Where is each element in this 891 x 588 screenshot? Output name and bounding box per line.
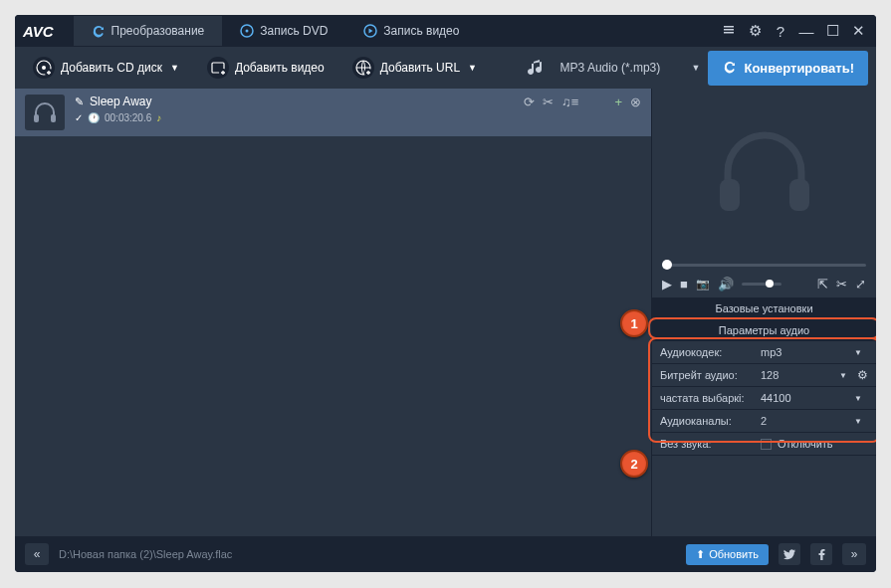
seek-slider[interactable] xyxy=(652,260,876,271)
side-panel: ▶ ■ 📷 🔊 ⇱ ✂ ⤢ Базовые установки 1 Параме… xyxy=(651,89,876,536)
add-url-button[interactable]: Добавить URL ▼ xyxy=(342,52,487,84)
music-note-icon: ♪ xyxy=(156,112,161,123)
volume-slider[interactable] xyxy=(742,283,781,286)
headphones-icon xyxy=(25,95,65,130)
tab-label: Преобразование xyxy=(111,24,205,38)
tab-convert[interactable]: Преобразование xyxy=(74,16,223,46)
list-icon[interactable] xyxy=(719,23,739,40)
preview-area xyxy=(652,89,876,260)
chevron-down-icon: ▼ xyxy=(170,63,179,73)
app-window: AVC Преобразование Запись DVD Запись вид… xyxy=(15,15,876,572)
help-icon[interactable]: ? xyxy=(771,23,790,40)
headphones-large-icon xyxy=(710,127,819,221)
output-path[interactable]: D:\Новая папка (2)\Sleep Away.flac xyxy=(59,548,676,560)
refresh-icon xyxy=(722,59,738,78)
badge-2: 2 xyxy=(620,450,648,478)
volume-icon[interactable]: 🔊 xyxy=(718,277,734,292)
play-circle-icon xyxy=(363,24,377,38)
highlight-2 xyxy=(648,337,876,443)
tab-video[interactable]: Запись видео xyxy=(345,16,477,46)
svg-rect-3 xyxy=(724,26,734,28)
svg-point-1 xyxy=(246,30,249,33)
convert-button[interactable]: Конвертировать! xyxy=(708,51,868,86)
cut-icon[interactable]: ✂ xyxy=(543,95,554,109)
disc-icon xyxy=(240,24,254,38)
maximize-icon[interactable]: ☐ xyxy=(822,22,842,40)
button-label: Добавить CD диск xyxy=(61,61,162,75)
tab-dvd[interactable]: Запись DVD xyxy=(222,16,345,46)
button-label: Добавить видео xyxy=(235,61,325,75)
add-video-button[interactable]: Добавить видео xyxy=(197,52,334,84)
tab-label: Запись видео xyxy=(383,24,459,38)
main-area: ✎ Sleep Away ✓ 🕐 00:03:20.6 ♪ ⟳ ✂ ♫≡ xyxy=(15,89,876,536)
facebook-icon[interactable] xyxy=(810,543,832,565)
toolbar: Добавить CD диск ▼ Добавить видео Добави… xyxy=(15,47,876,89)
highlight-1 xyxy=(648,317,876,339)
svg-rect-15 xyxy=(720,179,740,211)
audio-settings-section: 1 Параметры аудио 2 Аудиокодек: mp3▼ Бит… xyxy=(652,319,876,456)
expand-right-button[interactable]: » xyxy=(842,543,866,565)
svg-rect-16 xyxy=(789,179,809,211)
check-icon[interactable]: ✓ xyxy=(75,112,83,123)
music-note-icon[interactable] xyxy=(523,54,551,82)
svg-rect-13 xyxy=(34,114,39,122)
expand-icon[interactable]: ⤢ xyxy=(855,277,866,292)
update-button[interactable]: ⬆ Обновить xyxy=(686,544,769,565)
camera-icon[interactable]: 📷 xyxy=(696,278,710,291)
disc-plus-icon xyxy=(33,57,55,79)
collapse-left-button[interactable]: « xyxy=(25,543,49,565)
remove-icon[interactable]: ⊗ xyxy=(630,95,641,109)
badge-1: 1 xyxy=(620,309,648,337)
minimize-icon[interactable]: — xyxy=(796,23,816,40)
close-icon[interactable]: ✕ xyxy=(848,22,868,40)
button-label: Добавить URL xyxy=(380,61,460,75)
file-list: ✎ Sleep Away ✓ 🕐 00:03:20.6 ♪ ⟳ ✂ ♫≡ xyxy=(15,89,651,536)
svg-rect-14 xyxy=(51,114,56,122)
globe-plus-icon xyxy=(352,57,374,79)
music-list-icon[interactable]: ♫≡ xyxy=(561,95,578,109)
film-plus-icon xyxy=(207,57,229,79)
file-name-text: Sleep Away xyxy=(90,95,152,108)
svg-rect-4 xyxy=(724,29,734,31)
base-settings-header[interactable]: Базовые установки xyxy=(652,297,876,319)
add-cd-button[interactable]: Добавить CD диск ▼ xyxy=(23,52,189,84)
play-icon[interactable]: ▶ xyxy=(662,277,672,292)
chevron-down-icon: ▼ xyxy=(468,63,477,73)
chevron-down-icon: ▼ xyxy=(692,63,701,73)
file-duration: 00:03:20.6 xyxy=(105,112,151,123)
button-label: Конвертировать! xyxy=(744,61,854,76)
up-arrow-icon: ⬆ xyxy=(696,548,705,561)
plus-icon[interactable]: + xyxy=(614,95,622,109)
statusbar: « D:\Новая папка (2)\Sleep Away.flac ⬆ О… xyxy=(15,536,876,572)
popout-icon[interactable]: ⇱ xyxy=(817,277,828,292)
app-logo: AVC xyxy=(23,23,54,40)
pencil-icon[interactable]: ✎ xyxy=(75,96,84,108)
titlebar: AVC Преобразование Запись DVD Запись вид… xyxy=(15,15,876,47)
tab-label: Запись DVD xyxy=(260,24,328,38)
refresh-icon xyxy=(92,24,106,38)
format-dropdown[interactable]: MP3 Audio (*.mp3) xyxy=(560,61,680,75)
cut-icon[interactable]: ✂ xyxy=(836,277,847,292)
svg-point-7 xyxy=(42,66,46,70)
player-controls: ▶ ■ 📷 🔊 ⇱ ✂ ⤢ xyxy=(652,271,876,297)
file-item[interactable]: ✎ Sleep Away ✓ 🕐 00:03:20.6 ♪ ⟳ ✂ ♫≡ xyxy=(15,89,651,136)
svg-rect-5 xyxy=(724,32,734,34)
refresh-icon[interactable]: ⟳ xyxy=(524,95,535,109)
clock-icon: 🕐 xyxy=(88,112,100,123)
twitter-icon[interactable] xyxy=(779,543,800,565)
gear-icon[interactable]: ⚙ xyxy=(745,22,765,40)
stop-icon[interactable]: ■ xyxy=(680,277,688,292)
